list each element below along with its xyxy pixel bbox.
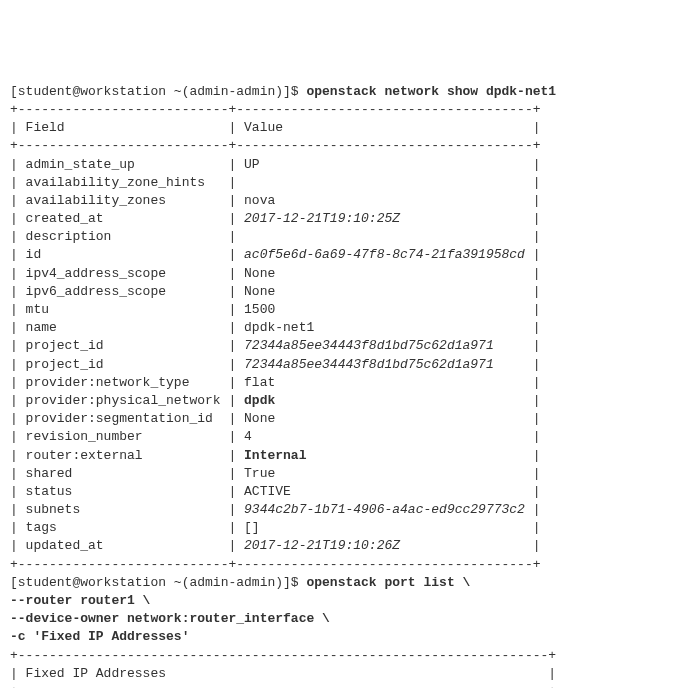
terminal-line: | description | | <box>10 228 669 246</box>
terminal-line: | provider:physical_network | dpdk | <box>10 392 669 410</box>
terminal-line: | name | dpdk-net1 | <box>10 319 669 337</box>
terminal-line: | availability_zone_hints | | <box>10 174 669 192</box>
terminal-line: | availability_zones | nova | <box>10 192 669 210</box>
terminal-line: --device-owner network:router_interface … <box>10 610 669 628</box>
table-value: 9344c2b7-1b71-4906-a4ac-ed9cc29773c2 <box>244 502 525 517</box>
table-value: 2017-12-21T19:10:25Z <box>244 211 525 226</box>
table-value: None <box>244 411 525 426</box>
terminal-line: | ipv4_address_scope | None | <box>10 265 669 283</box>
terminal-line: | shared | True | <box>10 465 669 483</box>
terminal-line: | id | ac0f5e6d-6a69-47f8-8c74-21fa39195… <box>10 246 669 264</box>
terminal-line: +---------------------------+-----------… <box>10 101 669 119</box>
table-value: [] <box>244 520 525 535</box>
terminal-line: | created_at | 2017-12-21T19:10:25Z | <box>10 210 669 228</box>
terminal-line: +---------------------------+-----------… <box>10 556 669 574</box>
table-value: Internal <box>244 448 525 463</box>
table-value <box>244 229 525 244</box>
terminal-line: | revision_number | 4 | <box>10 428 669 446</box>
terminal-line: | mtu | 1500 | <box>10 301 669 319</box>
command-input: openstack network show dpdk-net1 <box>306 84 556 99</box>
terminal-line: | project_id | 72344a85ee34443f8d1bd75c6… <box>10 356 669 374</box>
terminal-line: | Field | Value | <box>10 119 669 137</box>
table-value: dpdk-net1 <box>244 320 525 335</box>
table-value: 4 <box>244 429 525 444</box>
table-value: 2017-12-21T19:10:26Z <box>244 538 525 553</box>
terminal-line: | router:external | Internal | <box>10 447 669 465</box>
command-input: --device-owner network:router_interface … <box>10 611 330 626</box>
terminal-line: | updated_at | 2017-12-21T19:10:26Z | <box>10 537 669 555</box>
table-value: ac0f5e6d-6a69-47f8-8c74-21fa391958cd <box>244 247 525 262</box>
table-value: ACTIVE <box>244 484 525 499</box>
terminal-line: --router router1 \ <box>10 592 669 610</box>
terminal-line: | ipv6_address_scope | None | <box>10 283 669 301</box>
terminal-line: [student@workstation ~(admin-admin)]$ op… <box>10 574 669 592</box>
table-value: dpdk <box>244 393 525 408</box>
table-value: flat <box>244 375 525 390</box>
terminal-line: [student@workstation ~(admin-admin)]$ op… <box>10 83 669 101</box>
table-value: 72344a85ee34443f8d1bd75c62d1a971 <box>244 338 525 353</box>
table-value: nova <box>244 193 525 208</box>
terminal-line: | status | ACTIVE | <box>10 483 669 501</box>
terminal-line: +---------------------------------------… <box>10 683 669 688</box>
table-value <box>244 175 525 190</box>
terminal-line: | project_id | 72344a85ee34443f8d1bd75c6… <box>10 337 669 355</box>
command-input: openstack port list \ <box>306 575 470 590</box>
terminal-line: | Fixed IP Addresses | <box>10 665 669 683</box>
command-input: --router router1 \ <box>10 593 150 608</box>
terminal-line: | provider:network_type | flat | <box>10 374 669 392</box>
table-value: None <box>244 266 525 281</box>
terminal-line: +---------------------------+-----------… <box>10 137 669 155</box>
table-value: 72344a85ee34443f8d1bd75c62d1a971 <box>244 357 525 372</box>
terminal-line: +---------------------------------------… <box>10 647 669 665</box>
terminal-line: | provider:segmentation_id | None | <box>10 410 669 428</box>
terminal-line: -c 'Fixed IP Addresses' <box>10 628 669 646</box>
table-value: 1500 <box>244 302 525 317</box>
table-value: True <box>244 466 525 481</box>
terminal-line: | admin_state_up | UP | <box>10 156 669 174</box>
terminal-line: | subnets | 9344c2b7-1b71-4906-a4ac-ed9c… <box>10 501 669 519</box>
terminal-output: [student@workstation ~(admin-admin)]$ op… <box>10 83 669 688</box>
command-input: -c 'Fixed IP Addresses' <box>10 629 189 644</box>
terminal-line: | tags | [] | <box>10 519 669 537</box>
table-value: UP <box>244 157 525 172</box>
table-value: None <box>244 284 525 299</box>
